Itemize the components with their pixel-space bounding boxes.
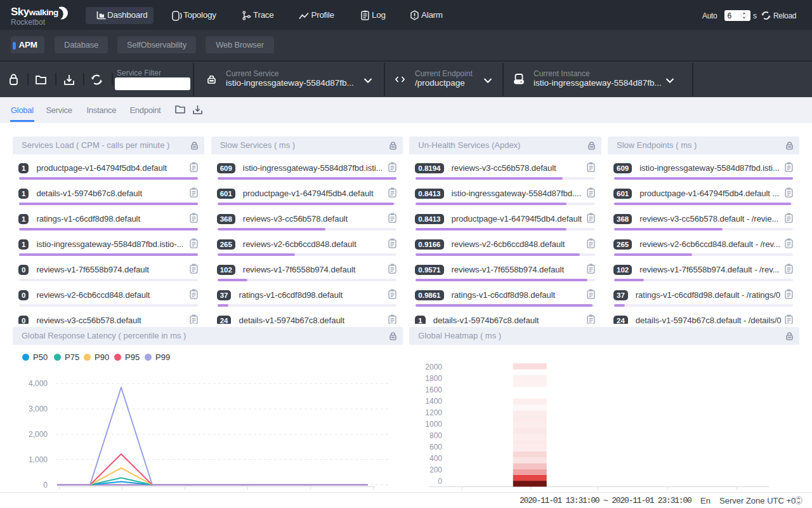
svg-text:1200: 1200 xyxy=(426,408,443,417)
svg-text:1800: 1800 xyxy=(426,374,443,383)
svg-text:0: 0 xyxy=(438,477,443,486)
svg-text:3,000: 3,000 xyxy=(29,404,48,413)
svg-text:0: 0 xyxy=(43,481,48,490)
svg-text:1000: 1000 xyxy=(426,420,443,429)
svg-text:400: 400 xyxy=(429,454,442,463)
svg-text:4,000: 4,000 xyxy=(29,379,48,388)
svg-text:800: 800 xyxy=(429,431,442,440)
svg-text:1400: 1400 xyxy=(426,397,443,406)
svg-text:2000: 2000 xyxy=(426,363,443,371)
svg-text:200: 200 xyxy=(429,465,442,474)
svg-text:1,000: 1,000 xyxy=(29,455,48,464)
svg-text:600: 600 xyxy=(429,443,442,451)
svg-text:2,000: 2,000 xyxy=(29,430,48,439)
svg-text:1600: 1600 xyxy=(426,385,443,394)
